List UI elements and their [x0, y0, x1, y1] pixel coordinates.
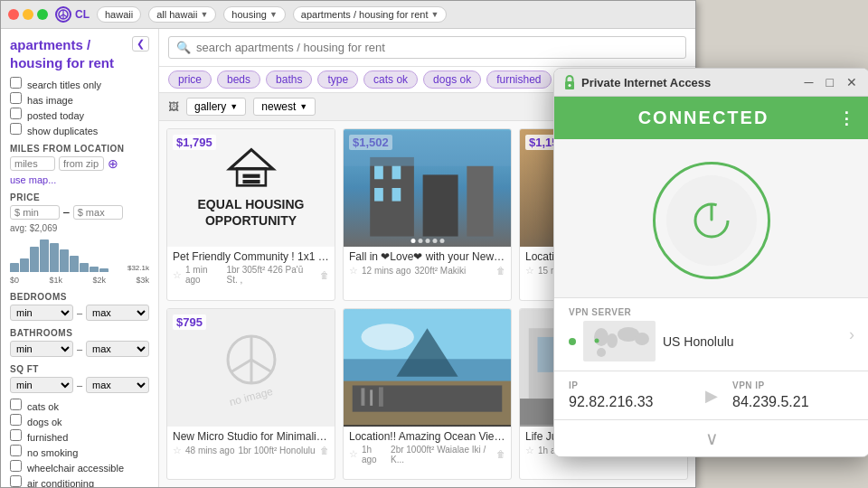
show-duplicates-label[interactable]: show duplicates: [10, 123, 149, 136]
filter-furnished[interactable]: furnished: [486, 70, 551, 89]
star-icon-4: ☆: [173, 445, 182, 456]
filter-dogs-ok[interactable]: dogs ok: [423, 70, 481, 89]
vpn-menu-button[interactable]: ⋮: [838, 108, 854, 128]
nav-area[interactable]: all hawaii ▼: [148, 6, 216, 23]
location-icon[interactable]: ⊕: [108, 156, 118, 171]
bathrooms-min-select[interactable]: min: [10, 341, 73, 357]
minimize-button[interactable]: [23, 9, 33, 20]
dogs-ok-filter[interactable]: dogs ok: [10, 414, 149, 427]
bedrooms-min-select[interactable]: min: [10, 305, 73, 321]
cats-ok-filter[interactable]: cats ok: [10, 399, 149, 412]
miles-input[interactable]: [10, 156, 55, 171]
newest-button[interactable]: newest ▼: [253, 98, 316, 116]
vpn-vpn-ip-value: 84.239.5.21: [732, 394, 854, 410]
cl-logo-circle: [55, 6, 71, 23]
maximize-button[interactable]: [37, 9, 48, 20]
delete-icon-2[interactable]: 🗑: [496, 266, 505, 276]
close-button[interactable]: [8, 9, 19, 20]
nav-subcategory[interactable]: apartments / housing for rent ▼: [293, 6, 448, 23]
vpn-chevron-down-icon[interactable]: ∨: [705, 427, 719, 449]
vpn-close-button[interactable]: ✕: [844, 75, 860, 89]
no-smoking-filter[interactable]: no smoking: [10, 445, 149, 458]
svg-rect-28: [379, 387, 383, 406]
svg-line-3: [63, 14, 68, 17]
posted-today-label[interactable]: posted today: [10, 108, 149, 121]
price-section-label: PRICE: [10, 192, 149, 202]
cats-ok-checkbox[interactable]: [10, 399, 22, 410]
furnished-checkbox[interactable]: [10, 429, 22, 441]
vpn-power-button[interactable]: [666, 175, 757, 266]
svg-rect-6: [242, 174, 259, 178]
sidebar: ❮ apartments / housing for rent search t…: [1, 29, 159, 487]
show-duplicates-checkbox[interactable]: [10, 123, 22, 135]
delete-icon-4[interactable]: 🗑: [320, 446, 329, 455]
listing-card[interactable]: $3,150: [343, 308, 512, 481]
listing-card[interactable]: $795 no image New Micro Stud: [166, 308, 335, 481]
search-input-wrap[interactable]: 🔍: [168, 36, 686, 59]
price-max-input[interactable]: [73, 205, 123, 220]
hist-bar-3: [30, 247, 39, 272]
miles-row: ⊕: [10, 156, 149, 171]
filter-type[interactable]: type: [317, 70, 358, 89]
nav-category[interactable]: housing ▼: [223, 6, 285, 23]
bathrooms-max-select[interactable]: max: [86, 341, 149, 357]
vpn-server-row[interactable]: VPN SERVER US Honolulu ›: [554, 297, 868, 371]
bedrooms-max-select[interactable]: max: [86, 305, 149, 321]
vpn-minimize-button[interactable]: ─: [802, 75, 816, 89]
furnished-filter[interactable]: furnished: [10, 429, 149, 443]
dogs-ok-checkbox[interactable]: [10, 414, 22, 426]
listing-info-4: New Micro Studio for Minimalist. Access.…: [167, 427, 335, 460]
image-dots-2: [410, 239, 444, 243]
posted-today-checkbox[interactable]: [10, 108, 22, 119]
vpn-title-text: Private Internet Access: [581, 76, 711, 89]
search-titles-label[interactable]: search titles only: [10, 77, 149, 90]
search-titles-checkbox[interactable]: [10, 77, 22, 89]
has-image-checkbox[interactable]: [10, 92, 22, 104]
vpn-title-left: Private Internet Access: [563, 74, 711, 90]
vpn-ip-arrow-icon: ▶: [705, 380, 718, 410]
vpn-expand-area[interactable]: ∨: [554, 419, 868, 456]
no-smoking-checkbox[interactable]: [10, 445, 22, 456]
has-image-label[interactable]: has image: [10, 92, 149, 106]
svg-rect-7: [242, 180, 259, 183]
listing-image-2: $1,502: [344, 129, 511, 247]
listing-card[interactable]: $1,502: [343, 128, 512, 301]
wheelchair-checkbox[interactable]: [10, 460, 22, 472]
sidebar-title-apt-link[interactable]: apartments / housing for rent: [10, 37, 114, 70]
vpn-power-area: [554, 139, 868, 297]
hist-bar-2: [20, 258, 29, 272]
zip-input[interactable]: [59, 156, 104, 171]
sqft-min-select[interactable]: min: [10, 377, 73, 393]
delete-icon-1[interactable]: 🗑: [320, 270, 329, 280]
filter-cats-ok[interactable]: cats ok: [363, 70, 418, 89]
listing-card[interactable]: $1,795 EQUAL HOUSINGOPPORTUNITY Pet Frie…: [166, 128, 335, 301]
gallery-button[interactable]: gallery ▼: [186, 98, 246, 116]
vpn-server-info: VPN SERVER US Honolulu: [569, 307, 734, 361]
listing-meta-2: ☆ 12 mins ago 320ft² Makiki 🗑: [349, 265, 505, 277]
price-min-input[interactable]: [10, 205, 60, 220]
filter-beds[interactable]: beds: [217, 70, 260, 89]
wheelchair-filter[interactable]: wheelchair accessible: [10, 460, 149, 474]
svg-rect-10: [467, 166, 493, 237]
sidebar-collapse-button[interactable]: ❮: [132, 36, 149, 52]
use-map-link[interactable]: use map...: [10, 174, 149, 185]
filter-baths[interactable]: baths: [266, 70, 312, 89]
svg-rect-26: [361, 388, 364, 405]
delete-icon-5[interactable]: 🗑: [496, 449, 505, 459]
no-image-text: no image: [228, 384, 274, 408]
nav-region[interactable]: hawaii: [97, 6, 141, 23]
vpn-maximize-button[interactable]: □: [824, 75, 836, 89]
vpn-connected-text: CONNECTED: [569, 108, 838, 128]
hist-labels: $0 $1k $2k $3k: [10, 276, 149, 285]
ac-filter[interactable]: air conditioning: [10, 475, 149, 487]
listing-image-4: $795 no image: [167, 309, 335, 427]
equal-housing-icon: [211, 147, 292, 191]
search-input[interactable]: [196, 41, 678, 54]
vpn-titlebar: Private Internet Access ─ □ ✕: [554, 69, 868, 97]
ac-checkbox[interactable]: [10, 475, 22, 487]
sqft-max-select[interactable]: max: [86, 377, 149, 393]
cl-text: CL: [75, 8, 90, 21]
filter-price[interactable]: price: [168, 70, 212, 89]
listing-meta-1: ☆ 1 min ago 1br 305ft² 426 Pa'ū St. , 🗑: [173, 265, 329, 285]
sqft-row: min – max: [10, 377, 149, 393]
